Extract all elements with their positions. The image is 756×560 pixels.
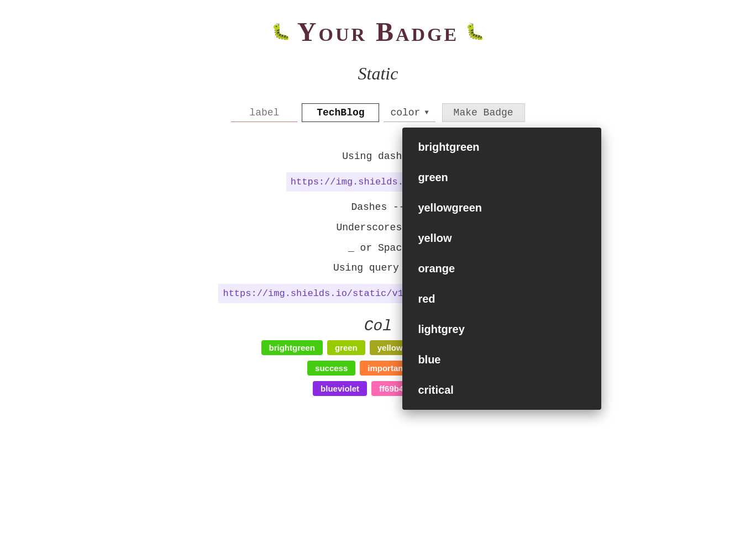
value-input[interactable] xyxy=(302,103,379,122)
badge-brightgreen[interactable]: brightgreen xyxy=(261,340,323,355)
title-area: 🐛 Your Badge 🐛 xyxy=(271,17,485,47)
dropdown-item-yellowgreen[interactable]: yellowgreen xyxy=(402,193,601,223)
dropdown-item-blue[interactable]: blue xyxy=(402,345,601,375)
dropdown-item-red[interactable]: red xyxy=(402,284,601,314)
color-dropdown-button[interactable]: color ▼ xyxy=(384,104,435,122)
dropdown-item-green[interactable]: green xyxy=(402,162,601,193)
page-title: Your Badge xyxy=(297,17,459,47)
make-badge-button[interactable]: Make Badge xyxy=(442,103,525,122)
dropdown-item-brightgreen[interactable]: brightgreen xyxy=(402,132,601,162)
dropdown-item-yellow[interactable]: yellow xyxy=(402,223,601,253)
badge-green[interactable]: green xyxy=(327,340,365,355)
right-icon: 🐛 xyxy=(465,23,485,41)
color-label: color xyxy=(390,107,420,118)
dropdown-arrow-icon: ▼ xyxy=(424,109,428,117)
badge-form: color ▼ Make Badge brightgreen green yel… xyxy=(231,103,524,122)
page-subtitle: Static xyxy=(358,64,398,84)
page-container: 🐛 Your Badge 🐛 Static color ▼ Make Badge… xyxy=(0,0,756,401)
dropdown-item-critical[interactable]: critical xyxy=(402,375,601,405)
badge-blueviolet[interactable]: blueviolet xyxy=(313,381,367,396)
label-input[interactable] xyxy=(231,104,297,122)
badge-success[interactable]: success xyxy=(307,361,355,376)
color-dropdown-menu: brightgreen green yellowgreen yellow ora… xyxy=(402,128,601,410)
left-icon: 🐛 xyxy=(271,23,291,41)
dropdown-item-lightgrey[interactable]: lightgrey xyxy=(402,314,601,345)
dropdown-item-orange[interactable]: orange xyxy=(402,253,601,284)
